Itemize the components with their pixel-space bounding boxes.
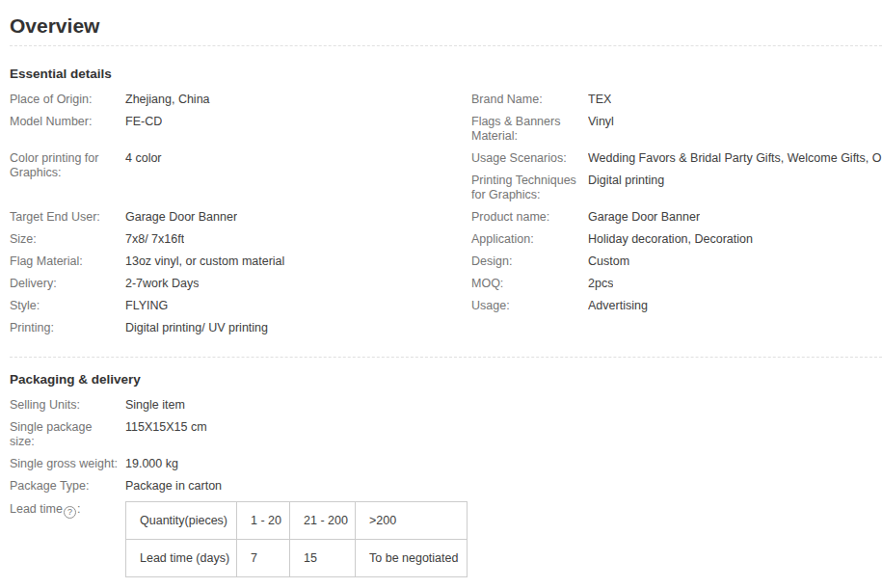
attribute-value: Advertising	[588, 299, 648, 313]
packaging-delivery-section: Packaging & delivery Selling Units: Sing…	[10, 372, 882, 577]
detail-row-application: Application: Holiday decoration, Decorat…	[471, 232, 882, 247]
attribute-label: Selling Units:	[10, 398, 125, 413]
lead-time-table-value-row: Lead time (days) 7 15 To be negotiated	[126, 540, 468, 577]
detail-row-style: Style: FLYING	[10, 299, 471, 313]
attribute-label: Model Number:	[10, 115, 125, 129]
lead-time-label: Lead time?:	[10, 501, 125, 519]
detail-row-usage-scenarios: Usage Scenarios: Wedding Favors & Bridal…	[471, 151, 882, 166]
attribute-value: Custom	[588, 254, 629, 269]
attribute-value: Single item	[125, 398, 185, 413]
table-cell-days-1: 7	[237, 540, 290, 577]
attribute-label: Delivery:	[10, 277, 125, 291]
packaging-rows: Selling Units: Single item Single packag…	[10, 398, 882, 577]
essential-right-column: Brand Name: TEX Flags & Banners Material…	[471, 93, 882, 343]
attribute-value: Digital printing	[588, 174, 664, 202]
attribute-label: Usage:	[471, 299, 588, 313]
detail-row-printing-techniques: Printing Techniques for Graphics: Digita…	[471, 174, 882, 202]
attribute-label: Style:	[10, 299, 125, 313]
lead-time-table-header-row: Quantity(pieces) 1 - 20 21 - 200 >200	[126, 502, 468, 540]
divider-top	[10, 45, 882, 46]
detail-row-size: Size: 7x8/ 7x16ft	[10, 232, 471, 247]
attribute-value: Wedding Favors & Bridal Party Gifts, Wel…	[588, 151, 882, 166]
detail-row-place-of-origin: Place of Origin: Zhejiang, China	[10, 93, 471, 107]
essential-left-column: Place of Origin: Zhejiang, China Model N…	[10, 93, 471, 343]
table-cell-qty-range-2: 21 - 200	[290, 502, 356, 540]
table-cell-quantity-header: Quantity(pieces)	[126, 502, 237, 540]
detail-row-brand-name: Brand Name: TEX	[471, 93, 882, 107]
attribute-value: 7x8/ 7x16ft	[125, 232, 184, 247]
lead-time-label-text: Lead time	[10, 502, 63, 516]
detail-row-target-end-user: Target End User: Garage Door Banner	[10, 210, 471, 225]
detail-row-selling-units: Selling Units: Single item	[10, 398, 882, 413]
attribute-label: Color printing for Graphics:	[10, 151, 125, 180]
detail-row-delivery: Delivery: 2-7work Days	[10, 277, 471, 291]
attribute-value: TEX	[588, 93, 611, 107]
attribute-value: 2-7work Days	[125, 277, 199, 291]
detail-row-flags-banners-material: Flags & Banners Material: Vinyl	[471, 115, 882, 144]
attribute-label: Usage Scenarios:	[471, 151, 588, 166]
attribute-value: Garage Door Banner	[588, 210, 700, 225]
attribute-label: Single gross weight:	[10, 457, 125, 471]
detail-row-design: Design: Custom	[471, 254, 882, 269]
attribute-label: MOQ:	[471, 277, 588, 291]
attribute-value: 19.000 kg	[125, 457, 178, 471]
attribute-label: Product name:	[471, 210, 588, 225]
attribute-value: 4 color	[125, 151, 162, 180]
detail-row-printing: Printing: Digital printing/ UV printing	[10, 321, 471, 335]
attribute-label: Design:	[471, 254, 588, 269]
detail-row-lead-time: Lead time?: Quantity(pieces) 1 - 20 21 -…	[10, 501, 882, 577]
detail-row-model-number: Model Number: FE-CD	[10, 115, 471, 129]
attribute-value: 115X15X15 cm	[125, 420, 207, 449]
table-cell-qty-range-3: >200	[356, 502, 468, 540]
table-cell-leadtime-header: Lead time (days)	[126, 540, 237, 577]
detail-row-product-name: Product name: Garage Door Banner	[471, 210, 882, 225]
attribute-value: 13oz vinyl, or custom material	[125, 254, 284, 269]
detail-row-flag-material: Flag Material: 13oz vinyl, or custom mat…	[10, 254, 471, 269]
attribute-value: Garage Door Banner	[125, 210, 237, 225]
attribute-label: Flag Material:	[10, 254, 125, 269]
detail-row-single-package-size: Single package size: 115X15X15 cm	[10, 420, 882, 449]
essential-details-heading: Essential details	[10, 67, 882, 81]
attribute-label: Place of Origin:	[10, 93, 125, 107]
page-title: Overview	[10, 13, 882, 39]
essential-details-grid: Place of Origin: Zhejiang, China Model N…	[10, 93, 882, 343]
attribute-label: Single package size:	[10, 420, 125, 449]
detail-row-package-type: Package Type: Package in carton	[10, 479, 882, 494]
detail-row-moq: MOQ: 2pcs	[471, 277, 882, 291]
attribute-value: Zhejiang, China	[125, 93, 210, 107]
table-cell-days-3: To be negotiated	[356, 540, 468, 577]
lead-time-label-colon: :	[77, 502, 80, 516]
attribute-label: Application:	[471, 232, 588, 247]
attribute-value: 2pcs	[588, 277, 613, 291]
attribute-value: FE-CD	[125, 115, 162, 129]
packaging-delivery-heading: Packaging & delivery	[10, 372, 882, 387]
attribute-label: Printing Techniques for Graphics:	[471, 174, 588, 202]
table-cell-qty-range-1: 1 - 20	[237, 502, 290, 540]
product-overview-page: Overview Essential details Place of Orig…	[0, 13, 882, 577]
detail-row-usage: Usage: Advertising	[471, 299, 882, 313]
divider-sections	[10, 357, 882, 358]
question-mark-circle-icon[interactable]: ?	[64, 506, 76, 519]
attribute-label: Package Type:	[10, 479, 125, 494]
attribute-value: FLYING	[125, 299, 168, 313]
attribute-value: Digital printing/ UV printing	[125, 321, 268, 335]
attribute-value: Holiday decoration, Decoration	[588, 232, 753, 247]
essential-details-section: Essential details Place of Origin: Zheji…	[10, 67, 882, 343]
detail-row-single-gross-weight: Single gross weight: 19.000 kg	[10, 457, 882, 471]
lead-time-table: Quantity(pieces) 1 - 20 21 - 200 >200 Le…	[125, 501, 468, 577]
table-cell-days-2: 15	[290, 540, 356, 577]
attribute-label: Flags & Banners Material:	[471, 115, 588, 144]
attribute-label: Size:	[10, 232, 125, 247]
attribute-label: Printing:	[10, 321, 125, 335]
attribute-value: Vinyl	[588, 115, 614, 144]
attribute-label: Target End User:	[10, 210, 125, 225]
detail-row-color-printing: Color printing for Graphics: 4 color	[10, 151, 471, 180]
attribute-label: Brand Name:	[471, 93, 588, 107]
attribute-value: Package in carton	[125, 479, 222, 494]
